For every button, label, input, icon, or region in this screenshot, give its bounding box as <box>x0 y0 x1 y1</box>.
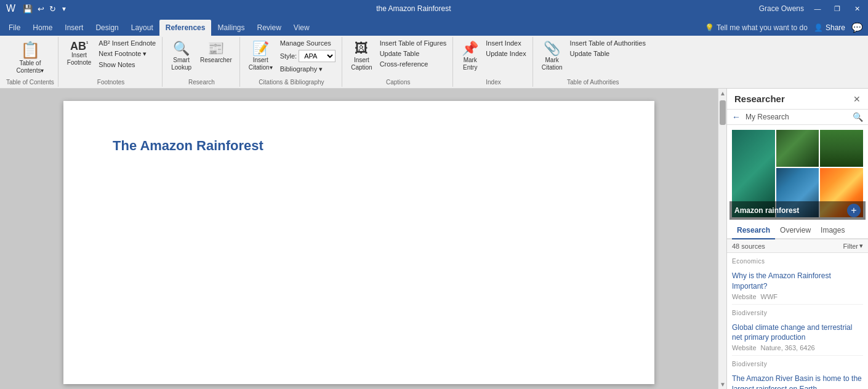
bibliography-button[interactable]: Bibliography ▾ <box>278 64 339 74</box>
update-table-captions-button[interactable]: Update Table <box>377 49 449 58</box>
result-source-2: Nature, 363, 6426 <box>761 344 815 351</box>
research-tab-images[interactable]: Images <box>816 222 850 239</box>
mark-entry-label: MarkEntry <box>463 57 477 71</box>
toc-icon: 📋 <box>20 41 40 60</box>
image-cell-2[interactable] <box>820 130 863 167</box>
filter-label: Filter <box>843 243 858 250</box>
tab-layout[interactable]: Layout <box>125 20 159 36</box>
smart-lookup-label: SmartLookup <box>171 57 191 71</box>
ribbon-group-captions: 🖼 InsertCaption Insert Table of Figures … <box>344 37 453 87</box>
tab-insert[interactable]: Insert <box>58 20 89 36</box>
search-results[interactable]: Economics Why is the Amazon Rainforest I… <box>727 253 868 389</box>
endnote-icon: AB² <box>98 39 110 47</box>
tab-file[interactable]: File <box>2 20 26 36</box>
result-source-1: WWF <box>761 293 778 300</box>
show-notes-label: Show Notes <box>98 61 135 68</box>
close-button[interactable]: ✕ <box>851 2 863 15</box>
result-title-2: Global climate change and terrestrial ne… <box>732 323 863 343</box>
redo-icon[interactable]: ↻ <box>48 3 57 15</box>
vertical-scrollbar[interactable]: ▲ ▼ <box>718 89 726 389</box>
comments-icon[interactable]: 💬 <box>851 22 863 33</box>
smart-lookup-button[interactable]: 🔍 SmartLookup <box>167 38 195 74</box>
scroll-up-button[interactable]: ▲ <box>718 89 726 98</box>
cross-reference-label: Cross-reference <box>380 60 428 68</box>
authorities-group-label: Table of Authorities <box>567 79 619 86</box>
toc-group-label: Table of Contents <box>6 79 54 86</box>
research-tab-research[interactable]: Research <box>732 222 775 239</box>
table-of-contents-button[interactable]: 📋 Table ofContents▾ <box>12 38 47 77</box>
insert-table-authorities-button[interactable]: Insert Table of Authorities <box>568 38 648 48</box>
citations-content: 📝 InsertCitation▾ Manage Sources Style: … <box>245 38 338 78</box>
document-canvas[interactable]: The Amazon Rainforest <box>0 89 718 389</box>
mark-citation-label: MarkCitation <box>542 57 563 71</box>
sources-bar: 48 sources Filter ▾ <box>727 239 868 253</box>
update-table-authorities-label: Update Table <box>570 50 610 57</box>
footnote-label: InsertFootnote <box>67 52 91 66</box>
insert-caption-button[interactable]: 🖼 InsertCaption <box>347 38 376 74</box>
minimize-button[interactable]: — <box>811 2 824 15</box>
save-icon[interactable]: 💾 <box>22 3 34 15</box>
tell-me-bar[interactable]: 💡 Tell me what you want to do <box>705 23 808 32</box>
tab-references[interactable]: References <box>159 20 212 36</box>
research-tab-overview[interactable]: Overview <box>775 222 816 239</box>
sidebar-close-button[interactable]: ✕ <box>853 94 861 104</box>
undo-icon[interactable]: ↩ <box>36 3 46 15</box>
caption-label: InsertCaption <box>351 57 372 71</box>
insert-endnote-button[interactable]: AB² Insert Endnote <box>96 38 158 48</box>
index-content: 📌 MarkEntry Insert Index Update Index <box>458 38 528 78</box>
citations-group-label: Citations & Bibliography <box>259 79 324 86</box>
result-item-2[interactable]: Global climate change and terrestrial ne… <box>732 319 863 356</box>
tab-mailings[interactable]: Mailings <box>211 20 251 36</box>
research-tabs: Research Overview Images <box>727 222 868 239</box>
result-item-3[interactable]: The Amazon River Basin is home to the la… <box>732 370 863 389</box>
update-index-button[interactable]: Update Index <box>483 49 528 58</box>
share-button[interactable]: 👤 Share <box>814 23 845 32</box>
insert-index-button[interactable]: Insert Index <box>483 38 528 48</box>
document-page[interactable]: The Amazon Rainforest <box>63 101 654 384</box>
index-group-label: Index <box>486 79 500 86</box>
add-to-doc-button[interactable]: + <box>847 204 861 217</box>
scroll-track[interactable] <box>718 98 726 380</box>
sidebar-back-button[interactable]: ← <box>732 112 741 122</box>
researcher-icon: 📰 <box>207 41 224 57</box>
style-select[interactable]: APA MLA Chicago <box>299 50 336 62</box>
insert-footnote-button[interactable]: AB¹ InsertFootnote <box>63 38 95 69</box>
ribbon-group-research: 🔍 SmartLookup 📰 Researcher Research <box>164 37 240 87</box>
customize-icon[interactable]: ▼ <box>60 4 68 14</box>
endnote-label: Insert Endnote <box>112 39 156 47</box>
smart-lookup-icon: 🔍 <box>173 41 190 57</box>
authorities-content: 📎 MarkCitation Insert Table of Authoriti… <box>538 38 648 78</box>
next-footnote-button[interactable]: Next Footnote ▾ <box>96 49 158 59</box>
sidebar-nav: ← My Research 🔍 <box>727 110 868 125</box>
cross-reference-button[interactable]: Cross-reference <box>377 59 449 69</box>
category-biodiversity-1: Biodiversity <box>732 310 863 316</box>
show-notes-button[interactable]: Show Notes <box>96 60 158 70</box>
citation-label: InsertCitation▾ <box>249 57 273 71</box>
lightbulb-icon: 💡 <box>705 23 714 32</box>
result-meta-1: Website WWF <box>732 293 863 300</box>
restore-button[interactable]: ❐ <box>831 2 843 15</box>
researcher-button[interactable]: 📰 Researcher <box>196 38 236 66</box>
scroll-down-button[interactable]: ▼ <box>718 380 726 389</box>
sidebar-search-button[interactable]: 🔍 <box>853 112 863 122</box>
insert-citation-button[interactable]: 📝 InsertCitation▾ <box>245 38 276 74</box>
manage-sources-button[interactable]: Manage Sources <box>278 38 339 48</box>
tab-view[interactable]: View <box>287 20 316 36</box>
tab-review[interactable]: Review <box>251 20 287 36</box>
tab-design[interactable]: Design <box>89 20 124 36</box>
mark-entry-button[interactable]: 📌 MarkEntry <box>458 38 482 74</box>
citation-icon: 📝 <box>252 41 269 57</box>
image-cell-1[interactable] <box>776 130 819 167</box>
captions-col: Insert Table of Figures Update Table Cro… <box>377 38 449 69</box>
title-bar-left: W 💾 ↩ ↻ ▼ <box>5 2 68 15</box>
scroll-thumb[interactable] <box>720 100 726 125</box>
tab-home[interactable]: Home <box>26 20 58 36</box>
style-row: Style: APA MLA Chicago <box>278 49 339 63</box>
filter-button[interactable]: Filter ▾ <box>843 242 863 250</box>
mark-citation-button[interactable]: 📎 MarkCitation <box>538 38 566 74</box>
footnotes-content: AB¹ InsertFootnote AB² Insert Endnote Ne… <box>63 38 158 78</box>
insert-table-figures-button[interactable]: Insert Table of Figures <box>377 38 449 48</box>
share-icon: 👤 <box>814 23 823 32</box>
update-table-authorities-button[interactable]: Update Table <box>568 49 648 58</box>
result-item-1[interactable]: Why is the Amazon Rainforest Important? … <box>732 267 863 305</box>
